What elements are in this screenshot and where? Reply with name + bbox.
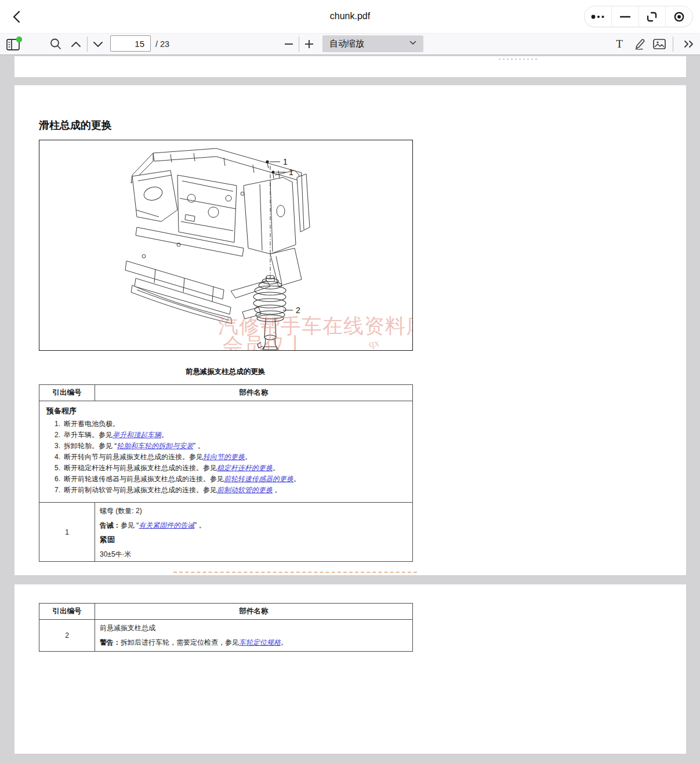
text-run: 举升车辆。参见 bbox=[64, 431, 113, 439]
window-capsule bbox=[584, 6, 693, 27]
bold-label: 警告： bbox=[100, 638, 121, 646]
header-callout-number: 引出编号 bbox=[39, 604, 95, 620]
callout-number-cell: 1 bbox=[39, 503, 95, 562]
search-icon bbox=[49, 37, 63, 51]
prep-steps: 1.断开蓄电池负极。2.举升车辆。参见举升和顶起车辆。3.拆卸轮胎。参见 “轮胎… bbox=[46, 420, 407, 494]
chevron-down-icon bbox=[93, 41, 103, 48]
watermark-text: 会员仅丨 bbox=[223, 332, 306, 351]
doc-link[interactable]: 前轮转速传感器的更换 bbox=[224, 475, 293, 483]
toolbar-divider bbox=[87, 37, 88, 52]
previous-page-bottom bbox=[14, 56, 686, 77]
prep-step: 3.拆卸轮胎。参见 “轮胎和车轮的拆卸与安装” 。 bbox=[46, 442, 407, 450]
callout-1b: 1 bbox=[289, 168, 293, 177]
text-tool-icon: T bbox=[616, 38, 623, 50]
detail-line: 前悬减振支柱总成 bbox=[100, 623, 408, 633]
zoom-out-button[interactable] bbox=[282, 34, 296, 54]
sidebar-toggle-icon bbox=[5, 36, 23, 52]
restore-button[interactable] bbox=[639, 6, 666, 27]
doc-link[interactable]: 转向节的更换 bbox=[203, 453, 245, 461]
doc-link[interactable]: 稳定杆连杆的更换 bbox=[217, 464, 273, 472]
minus-icon bbox=[284, 43, 293, 45]
page-number-input[interactable] bbox=[110, 35, 151, 52]
table-header-row: 引出编号 部件名称 bbox=[39, 385, 413, 401]
callout-1a: 1 bbox=[283, 157, 288, 166]
toolbar-divider bbox=[299, 37, 299, 52]
part-detail-cell: 螺母 (数量: 2)告诫：参见 “有关紧固件的告诫” 。紧固30±5牛·米 bbox=[95, 503, 413, 562]
text-run: 断开前轮速传感器与前悬减振支柱总成的连接。参见 bbox=[64, 475, 224, 483]
pdf-toolbar: / 23 自动缩放 T bbox=[0, 34, 700, 55]
minimize-button[interactable] bbox=[611, 6, 639, 27]
plus-icon bbox=[304, 39, 314, 49]
doc-link[interactable]: 轮胎和车轮的拆卸与安装 bbox=[117, 442, 193, 450]
table-row: 1 螺母 (数量: 2)告诫：参见 “有关紧固件的告诫” 。紧固30±5牛·米 bbox=[39, 503, 413, 562]
image-icon bbox=[652, 38, 666, 50]
previous-page-button[interactable] bbox=[68, 34, 84, 54]
header-callout-number: 引出编号 bbox=[39, 385, 95, 401]
detail-line: 30±5牛·米 bbox=[100, 550, 408, 559]
pdf-canvas[interactable]: 滑柱总成的更换 bbox=[0, 56, 700, 763]
prep-title: 预备程序 bbox=[46, 406, 407, 416]
text-run: 拆卸轮胎。参见 “ bbox=[64, 442, 117, 450]
text-run: 断开蓄电池负极。 bbox=[64, 420, 119, 428]
sidebar-toggle-button[interactable] bbox=[5, 34, 23, 54]
text-run: 。 bbox=[293, 475, 300, 483]
doc-link[interactable]: 举升和顶起车辆 bbox=[113, 431, 161, 439]
parts-table-2: 引出编号 部件名称 2 前悬减振支柱总成警告：拆卸后进行车轮，需要定位检查，参见… bbox=[39, 603, 413, 652]
chevron-up-icon bbox=[71, 41, 81, 48]
detail-line: 螺母 (数量: 2) bbox=[100, 506, 408, 515]
chevron-down-icon bbox=[409, 41, 416, 45]
section-heading: 滑柱总成的更换 bbox=[39, 118, 112, 132]
prep-procedure-row: 预备程序 1.断开蓄电池负极。2.举升车辆。参见举升和顶起车辆。3.拆卸轮胎。参… bbox=[39, 401, 413, 503]
figure-caption: 前悬减振支柱总成的更换 bbox=[39, 367, 412, 377]
draw-tool-button[interactable] bbox=[632, 34, 647, 54]
text-run: 参见 “ bbox=[121, 521, 139, 529]
target-button[interactable] bbox=[665, 6, 692, 27]
part-detail-cell: 前悬减振支柱总成警告：拆卸后进行车轮，需要定位检查，参见车轮定位规格。 bbox=[95, 620, 413, 652]
three-dots-icon bbox=[590, 13, 605, 20]
doc-link[interactable]: 车轮定位规格 bbox=[239, 638, 281, 646]
zoom-mode-dropdown[interactable]: 自动缩放 bbox=[322, 35, 423, 52]
prep-step: 5.断开稳定杆连杆与前悬减振支柱总成的连接。参见稳定杆连杆的更换。 bbox=[46, 464, 407, 472]
bold-label: 告诫： bbox=[100, 521, 121, 529]
parts-table-1: 引出编号 部件名称 预备程序 1.断开蓄电池负极。2.举升车辆。参见举升和顶起车… bbox=[39, 384, 413, 562]
page-count-label: / 23 bbox=[155, 34, 169, 54]
text-run: 前悬减振支柱总成 bbox=[100, 624, 155, 632]
image-tool-button[interactable] bbox=[652, 34, 667, 54]
pdf-page-16: 引出编号 部件名称 2 前悬减振支柱总成警告：拆卸后进行车轮，需要定位检查，参见… bbox=[14, 584, 686, 754]
table-row: 2 前悬减振支柱总成警告：拆卸后进行车轮，需要定位检查，参见车轮定位规格。 bbox=[39, 620, 413, 652]
doc-link[interactable]: 前制动软管的更换 bbox=[217, 486, 273, 494]
zoom-mode-label: 自动缩放 bbox=[329, 38, 364, 49]
header-part-name: 部件名称 bbox=[95, 604, 413, 620]
circle-dot-icon bbox=[673, 11, 685, 23]
pdf-page-15: 滑柱总成的更换 bbox=[14, 85, 686, 575]
text-run: 。 bbox=[273, 486, 281, 494]
next-page-button[interactable] bbox=[90, 34, 106, 54]
step-number: 1. bbox=[55, 420, 60, 428]
text-run: 拆卸后进行车轮，需要定位检查，参见 bbox=[121, 638, 239, 646]
text-run: 。 bbox=[273, 464, 280, 472]
prep-step: 6.断开前轮速传感器与前悬减振支柱总成的连接。参见前轮转速传感器的更换。 bbox=[46, 475, 407, 483]
text-run: 30±5牛·米 bbox=[100, 550, 132, 558]
step-number: 6. bbox=[55, 475, 60, 483]
step-number: 3. bbox=[55, 442, 60, 450]
prep-step: 1.断开蓄电池负极。 bbox=[46, 420, 407, 428]
zoom-in-button[interactable] bbox=[302, 34, 316, 54]
text-run: 断开稳定杆连杆与前悬减振支柱总成的连接。参见 bbox=[64, 464, 217, 472]
text-tool-button[interactable]: T bbox=[612, 34, 626, 54]
text-run: 。 bbox=[245, 453, 252, 461]
step-number: 4. bbox=[55, 453, 60, 461]
more-menu-button[interactable] bbox=[585, 6, 611, 27]
search-button[interactable] bbox=[48, 34, 64, 54]
text-run: ” 。 bbox=[194, 521, 205, 529]
pdf-viewer-window: chunk.pdf bbox=[0, 0, 700, 763]
doc-link[interactable]: 有关紧固件的告诫 bbox=[139, 521, 194, 529]
text-run: 。 bbox=[161, 431, 168, 439]
step-number: 5. bbox=[55, 464, 60, 472]
bold-label: 紧固 bbox=[100, 535, 115, 544]
callout-number-cell: 2 bbox=[39, 620, 95, 652]
more-tools-button[interactable] bbox=[681, 34, 697, 54]
minimize-icon bbox=[620, 15, 630, 19]
text-run: ” 。 bbox=[193, 442, 204, 450]
previous-page-text-remnant bbox=[499, 59, 539, 60]
double-chevron-right-icon bbox=[683, 40, 695, 48]
